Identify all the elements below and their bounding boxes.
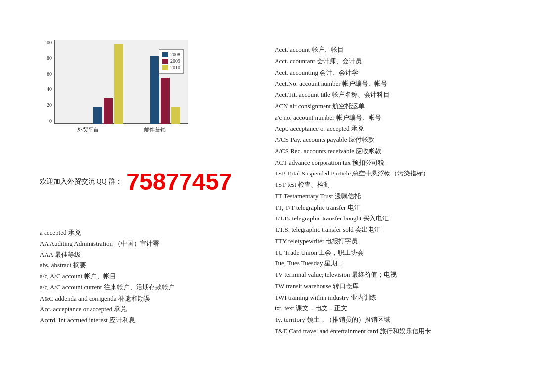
term-right-25: T&E Card travel and entertainment card 旅… [275,326,537,337]
term-right-15: T.T.B. telegraphic transfer bought 买入电汇 [275,213,537,224]
legend-label-2008: 2008 [170,52,180,57]
x-label-2: 邮件营销 [144,126,166,133]
chart-legend: 2008 2009 2010 [159,49,184,74]
bar-2008-2 [150,56,159,124]
y-label-80: 80 [47,55,52,61]
legend-2008: 2008 [162,52,180,57]
term-left-0: a accepted 承兑 [40,227,247,238]
y-label-60: 60 [47,71,52,77]
term-right-10: ACT advance corporation tax 预扣公司税 [275,157,537,169]
term-right-19: Tue, Tues Tuesday 星期二 [275,258,537,269]
term-left-8: Acc. acceptance or accepted 承兑 [40,304,247,315]
x-axis-labels: 外贸平台 邮件营销 [54,126,188,133]
qq-section: 欢迎加入外贸交流 QQ 群： 75877457 [40,168,247,195]
legend-color-2010 [162,65,168,70]
qq-number: 75877457 [126,168,232,195]
legend-color-2009 [162,59,168,64]
term-right-22: TWI training within industry 业内训练 [275,292,537,304]
y-label-20: 20 [47,102,52,108]
chart-container: 100 80 60 40 20 0 [40,40,208,138]
legend-2010: 2010 [162,65,180,70]
y-label-100: 100 [45,40,52,45]
term-right-16: T.T.S. telegraphic transfer sold 卖出电汇 [275,224,537,236]
term-right-6: a/c no. account number 帐户编号、帐号 [275,112,537,124]
y-axis-labels: 100 80 60 40 20 0 [40,40,53,124]
term-left-3: AAA 最佳等级 [40,249,247,260]
term-right-21: TW transit warehouse 转口仓库 [275,281,537,292]
term-right-11: TSP Total Suspended Particle 总空中悬浮物（污染指标… [275,168,537,179]
bar-2008-1 [93,107,102,124]
term-right-7: Acpt. acceptance or accepted 承兑 [275,123,537,134]
term-right-9: A/CS Rec. accounts receivable 应收帐款 [275,146,537,157]
legend-label-2010: 2010 [170,65,180,70]
bar-set-1 [93,44,123,124]
terms-left: a accepted 承兑AA Auditing Administration … [40,227,247,326]
bar-2010-2 [171,107,180,124]
legend-2009: 2009 [162,58,180,64]
term-right-18: TU Trade Union 工会，职工协会 [275,247,537,259]
bar-2009-1 [104,98,113,124]
y-label-0: 0 [49,118,52,124]
legend-color-2008 [162,52,168,57]
term-right-0: Acct. account 帐户、帐目 [275,44,537,56]
term-right-3: Acct.No. account number 帐户编号、帐号 [275,78,537,89]
term-right-4: Acct.Tit. account title 帐户名称、会计科目 [275,89,537,101]
term-left-5: a/c, A/C account 帐户、帐目 [40,271,247,282]
term-right-5: ACN air consignment 航空托运单 [275,101,537,112]
term-right-17: TTY teletypewriter 电报打字员 [275,236,537,247]
qq-label: 欢迎加入外贸交流 QQ 群： [40,177,122,186]
term-right-13: TT Testamentary Trust 遗嘱信托 [275,191,537,202]
left-section: 100 80 60 40 20 0 [40,40,247,195]
term-left-7: A&C addenda and corrigenda 补遗和勘误 [40,293,247,304]
terms-right: Acct. account 帐户、帐目Acct. ccountant 会计师、会… [275,44,537,337]
term-right-8: A/CS Pay. accounts payable 应付帐款 [275,134,537,146]
term-right-20: TV terminal value; television 最终价值；电视 [275,269,537,281]
bar-2010-1 [114,44,123,124]
x-label-1: 外贸平台 [77,126,99,133]
y-label-40: 40 [47,87,52,92]
term-left-4: abs. abstract 摘要 [40,260,247,271]
legend-label-2009: 2009 [170,58,180,64]
term-left-9: Accrd. Int accrued interest 应计利息 [40,315,247,326]
term-right-14: TT, T/T telegraphic transfer 电汇 [275,202,537,214]
chart-area: 2008 2009 2010 [54,40,188,124]
term-right-24: Ty. territory 领土，（推销员的）推销区域 [275,314,537,326]
term-right-1: Acct. ccountant 会计师、会计员 [275,56,537,67]
term-left-6: a/c, A/C account current 往来帐户、活期存款帐户 [40,282,247,293]
term-right-23: txt. text 课文，电文，正文 [275,303,537,314]
term-left-2: AA Auditing Administration （中国）审计署 [40,238,247,249]
term-right-2: Acct. accounting 会计、会计学 [275,67,537,79]
term-right-12: TST test 检查、检测 [275,179,537,191]
bar-2009-2 [161,78,170,124]
